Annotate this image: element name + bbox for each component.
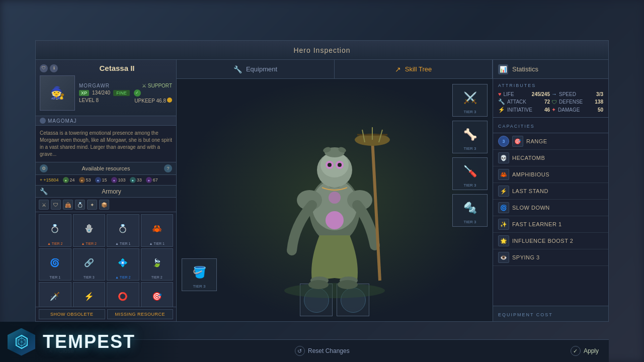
influence-boost-name: INFLUENCE BOOST 2 — [512, 238, 573, 244]
equip-tier-0: TIER 3 — [464, 110, 476, 114]
tab-bar: 🔧 Equipment ↗ Skill Tree — [177, 60, 493, 79]
guild-icon — [40, 118, 46, 124]
capacity-amphibious[interactable]: 🦀 AMPHIBIOUS — [493, 166, 608, 183]
upkeep-coin-icon — [167, 98, 172, 103]
resources-help-icon[interactable]: ? — [164, 164, 172, 172]
capacity-spying[interactable]: 👁️ SPYING 3 — [493, 249, 608, 266]
capacities-section: CAPACITIES 3 🎯 RANGE 💀 HECATOMB 🦀 AMP — [493, 118, 608, 306]
reset-icon: ↺ — [295, 346, 305, 356]
title-bar: Hero Inspection — [36, 41, 608, 60]
armory-item[interactable]: 🗡️ ▲ TIER 1 — [39, 282, 71, 307]
armory-item[interactable]: 🪬 ▲ TIER 2 — [73, 214, 106, 247]
defense-icon: 🛡 — [551, 99, 557, 105]
range-badge: 3 — [498, 136, 509, 147]
hero-details: MORGAWR ⚔ SUPPORT XP 134/240 FINE ✓ LEVE… — [79, 83, 172, 104]
defense-label: DEFENSE — [559, 99, 593, 105]
capacity-fast-learner[interactable]: ✨ FAST LEARNER 1 — [493, 216, 608, 233]
svg-point-10 — [338, 163, 342, 167]
hecatomb-name: HECATOMB — [512, 155, 545, 161]
tier-label: ▲ TIER 2 — [115, 276, 131, 279]
res-2: ● 53 — [79, 177, 91, 183]
damage-value: 50 — [598, 107, 603, 113]
guild-name: MAGOMAJ — [48, 118, 77, 124]
armory-item[interactable]: 💍 ▲ TIER 2 — [39, 214, 71, 247]
hero-info-row: 🧙 MORGAWR ⚔ SUPPORT XP 134/240 FINE ✓ — [40, 74, 172, 112]
filter-ring[interactable]: 💍 — [75, 200, 85, 210]
speed-icon: → — [551, 91, 557, 97]
equip-img-3: 🔩 — [463, 197, 477, 220]
armory-item[interactable]: 🌀 TIER 1 — [39, 248, 71, 281]
armory-item[interactable]: 💠 ▲ TIER 2 — [107, 248, 139, 281]
damage-icon: ✦ — [551, 107, 556, 113]
svg-line-16 — [372, 140, 380, 281]
level-row: LEVEL 8 UPKEEP 46.8 — [79, 98, 172, 104]
filter-misc[interactable]: ✦ — [87, 200, 97, 210]
armory-grid: 💍 ▲ TIER 2 🪬 ▲ TIER 2 💍 ▲ TIER 1 🦀 ▲ TIE… — [36, 212, 176, 307]
filter-weapon[interactable]: ⚔ — [39, 200, 49, 210]
filter-armor[interactable]: 🛡 — [51, 200, 61, 210]
item-img: 💠 — [108, 250, 138, 276]
main-equip-img: 🪣 — [193, 261, 206, 284]
capacities-header: CAPACITIES — [493, 118, 608, 133]
tier-label: TIER 2 — [151, 276, 163, 279]
filter-all[interactable]: 📦 — [99, 200, 109, 210]
armory-item[interactable]: 💍 ▲ TIER 1 — [107, 214, 139, 247]
equip-tier-1: TIER 3 — [464, 146, 476, 151]
armory-header: 🔧 Armory — [36, 186, 176, 198]
skill-tree-icon: ↗ — [395, 65, 401, 73]
armory-item[interactable]: 🔗 TIER 3 — [73, 248, 106, 281]
reset-button[interactable]: ↺ Reset Changes — [295, 346, 350, 356]
equip-slot-1[interactable]: 🦴 TIER 3 — [452, 121, 488, 153]
armory-item[interactable]: 🎯 ▲ TIER 3 — [141, 282, 174, 307]
show-obsolete-button[interactable]: SHOW OBSOLETE — [39, 309, 105, 319]
tier-label: TIER 1 — [49, 276, 60, 279]
armory-item[interactable]: 🍃 TIER 2 — [141, 248, 174, 281]
statistics-title: Statistics — [512, 65, 538, 73]
capacity-range[interactable]: 3 🎯 RANGE — [493, 133, 608, 150]
item-img: ⚡ — [74, 284, 104, 307]
res-gold: ++15804 — [40, 177, 59, 183]
capacities-label: CAPACITIES — [498, 124, 535, 129]
equip-slot-2[interactable]: 🪛 TIER 3 — [452, 157, 488, 190]
fine-icon: ✓ — [134, 89, 141, 97]
reset-label: Reset Changes — [308, 347, 350, 354]
amphibious-name: AMPHIBIOUS — [512, 171, 549, 177]
initiative-icon: ⚡ — [498, 107, 505, 113]
influence-boost-icon: 🌟 — [498, 235, 509, 246]
fine-badge: FINE — [113, 90, 130, 96]
capacity-slow-down[interactable]: 🌀 SLOW DOWN — [493, 200, 608, 216]
res-5: ● 33 — [130, 177, 142, 183]
skill-tree-tab-label: Skill Tree — [405, 65, 432, 73]
capacity-list: 3 🎯 RANGE 💀 HECATOMB 🦀 AMPHIBIOUS ⚡ — [493, 133, 608, 306]
armory-item[interactable]: ⭕ TIER 1 — [107, 282, 139, 307]
main-equip-slot[interactable]: 🪣 TIER 3 — [182, 258, 217, 291]
resource-bar: ++15804 ● 24 ● 53 ● 15 ● 103 — [36, 175, 176, 186]
armory-item[interactable]: ⚡ ☾ TIER 1 — [73, 282, 106, 307]
capacity-last-stand[interactable]: ⚡ LAST STAND — [493, 183, 608, 200]
item-img: 🎯 — [142, 284, 172, 307]
capacity-influence-boost[interactable]: 🌟 INFLUENCE BOOST 2 — [493, 233, 608, 249]
filter-item[interactable]: 👜 — [63, 200, 73, 210]
spying-name: SPYING 3 — [512, 254, 540, 260]
attr-speed: → SPEED 3/3 — [551, 91, 603, 97]
apply-icon: ✓ — [571, 346, 581, 356]
equipment-cost-section: EQUIPMENT COST — [493, 306, 608, 321]
svg-point-9 — [328, 163, 332, 167]
hero-3d-view — [259, 95, 410, 306]
capacity-hecatomb[interactable]: 💀 HECATOMB — [493, 150, 608, 166]
initiative-label: INITIATIVE — [507, 107, 542, 113]
xp-row: XP 134/240 FINE ✓ — [79, 89, 172, 97]
missing-resource-button[interactable]: MISSING RESOURCE — [107, 309, 174, 319]
tab-skill-tree[interactable]: ↗ Skill Tree — [335, 60, 493, 78]
tier-label: ▲ TIER 1 — [149, 242, 165, 245]
right-panel-header: 📊 Statistics — [493, 60, 608, 79]
equip-slot-3[interactable]: 🔩 TIER 3 — [452, 194, 488, 227]
armory-icon: 🔧 — [40, 188, 48, 195]
apply-button[interactable]: ✓ Apply — [571, 346, 599, 356]
equip-slot-0[interactable]: ⚔️ TIER 3 — [452, 84, 488, 117]
tab-equipment[interactable]: 🔧 Equipment — [177, 60, 335, 78]
hero-icon-info[interactable]: ℹ — [50, 64, 58, 72]
equip-tier-3: TIER 3 — [464, 220, 476, 224]
damage-label: DAMAGE — [558, 107, 596, 113]
armory-item[interactable]: 🦀 ▲ TIER 1 — [141, 214, 174, 247]
